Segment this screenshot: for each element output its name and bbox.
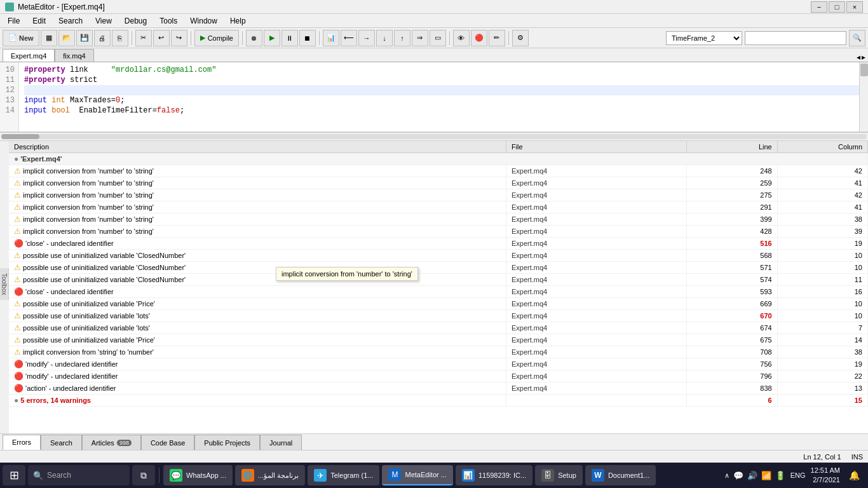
- taskbar-setup[interactable]: 🗄 Setup: [535, 465, 583, 485]
- tab-codebase[interactable]: Code Base: [141, 435, 194, 450]
- keyboard-lang[interactable]: ENG: [790, 471, 806, 479]
- cell-line: 593: [687, 286, 777, 298]
- table-row[interactable]: 🔴 'close' - undeclared identifier Expert…: [9, 286, 868, 298]
- tab-journal[interactable]: Journal: [260, 435, 302, 450]
- tab-fix-mq4[interactable]: fix.mq4: [55, 49, 93, 62]
- tab-expert-mq4[interactable]: Expert.mq4: [3, 49, 55, 62]
- table-row[interactable]: ⚠ implicit conversion from 'number' to '…: [9, 226, 868, 238]
- table-row[interactable]: ⚠ possible use of uninitialized variable…: [9, 298, 868, 310]
- tray-icon-3: 📶: [761, 471, 771, 480]
- pause-button[interactable]: ⏸: [281, 30, 298, 46]
- pencil-button[interactable]: ✏: [489, 30, 505, 46]
- table-row[interactable]: 🔴 'modify' - undeclared identifier Exper…: [9, 358, 868, 370]
- code-content[interactable]: #property link "mrdollar.cs@gmail.com" #…: [19, 62, 868, 132]
- compare-button[interactable]: ⎘: [112, 30, 128, 46]
- table-row[interactable]: ⚠ possible use of uninitialized variable…: [9, 250, 868, 262]
- table-row[interactable]: ⚠ possible use of uninitialized variable…: [9, 274, 868, 286]
- tab-scroll-right[interactable]: ▸: [862, 53, 865, 62]
- step-in-button[interactable]: ↓: [376, 30, 393, 46]
- cell-line: 399: [687, 214, 777, 226]
- menu-item-window[interactable]: Window: [185, 15, 222, 27]
- start-button[interactable]: ⏺: [246, 30, 262, 46]
- toolbox-side[interactable]: Toolbox: [0, 268, 9, 300]
- tab-public-projects[interactable]: Public Projects: [194, 435, 260, 450]
- vertical-scrollbar[interactable]: [859, 62, 868, 132]
- menu-item-search[interactable]: Search: [53, 15, 88, 27]
- chart-button[interactable]: 📊: [323, 30, 339, 46]
- col-header-line[interactable]: Line: [687, 141, 777, 153]
- taskbar-metaeditor[interactable]: M MetaEditor ...: [382, 465, 452, 485]
- taskbar-telegram[interactable]: ✈ Telegram (1...: [308, 465, 379, 485]
- col-header-column[interactable]: Column: [777, 141, 867, 153]
- menu-item-file[interactable]: File: [3, 15, 25, 27]
- menu-item-view[interactable]: View: [90, 15, 117, 27]
- tab-scroll-left[interactable]: ◂: [857, 53, 860, 62]
- show-hidden-icon[interactable]: ∧: [724, 471, 729, 480]
- tab-articles[interactable]: Articles 998: [82, 435, 141, 450]
- table-row[interactable]: ⚠ implicit conversion from 'number' to '…: [9, 201, 868, 214]
- timeframe-dropdown[interactable]: TimeFrame_2: [666, 31, 742, 45]
- col-header-file[interactable]: File: [506, 141, 687, 153]
- cell-line: 674: [687, 322, 777, 334]
- step-over-button[interactable]: →: [358, 30, 375, 46]
- table-row[interactable]: ● 'Expert.mq4': [9, 153, 868, 165]
- step-out-button[interactable]: ↑: [394, 30, 410, 46]
- play-button[interactable]: ▶: [264, 30, 280, 46]
- menu-item-edit[interactable]: Edit: [27, 15, 51, 27]
- horizontal-scrollbar[interactable]: [0, 132, 868, 141]
- table-row[interactable]: ⚠ implicit conversion from 'number' to '…: [9, 177, 868, 189]
- breakpoint-button[interactable]: 🔴: [471, 30, 487, 46]
- table-row[interactable]: ⚠ implicit conversion from 'number' to '…: [9, 214, 868, 226]
- table-row[interactable]: ⚠ implicit conversion from 'string' to '…: [9, 346, 868, 358]
- restore-button[interactable]: □: [829, 1, 845, 13]
- minimize-button[interactable]: −: [811, 1, 827, 13]
- window-title: MetaEditor - [Expert.mq4]: [18, 3, 105, 11]
- taskbar-mt5[interactable]: 📊 11598239: IC...: [456, 465, 532, 485]
- templates-button[interactable]: ▦: [41, 30, 57, 46]
- start-button[interactable]: ⊞: [3, 465, 25, 485]
- watch-button[interactable]: 👁: [453, 30, 470, 46]
- stop-button[interactable]: ⏹: [299, 30, 316, 46]
- step-out-icon: ↑: [400, 34, 404, 42]
- save-button[interactable]: 💾: [76, 30, 93, 46]
- print-button[interactable]: 🖨: [94, 30, 111, 46]
- new-button[interactable]: 📄 New: [3, 30, 39, 46]
- search-bar[interactable]: 🔍 Search: [28, 465, 130, 485]
- redo-button[interactable]: ↪: [171, 30, 187, 46]
- extra2-button[interactable]: ▭: [430, 30, 446, 46]
- table-row[interactable]: ⚠ possible use of uninitialized variable…: [9, 310, 868, 322]
- table-row[interactable]: ⚠ implicit conversion from 'number' to '…: [9, 189, 868, 201]
- table-row[interactable]: ⚠ possible use of uninitialized variable…: [9, 322, 868, 334]
- table-row[interactable]: ⚠ implicit conversion from 'number' to '…: [9, 165, 868, 177]
- cell-desc: ⚠ possible use of uninitialized variable…: [9, 310, 506, 322]
- menu-item-help[interactable]: Help: [225, 15, 251, 27]
- menu-item-tools[interactable]: Tools: [154, 15, 182, 27]
- toolbar-search-button[interactable]: 🔍: [849, 30, 865, 46]
- table-row[interactable]: 🔴 'close' - undeclared identifier Expert…: [9, 238, 868, 250]
- cell-desc: ⚠ implicit conversion from 'number' to '…: [9, 201, 506, 214]
- table-row[interactable]: ⚠ possible use of uninitialized variable…: [9, 262, 868, 274]
- toolbar-search-input[interactable]: [745, 31, 846, 45]
- taskbar-whatsapp[interactable]: 💬 WhatsApp ...: [163, 465, 233, 485]
- cut-button[interactable]: ✂: [135, 30, 152, 46]
- settings-icon: ⚙: [517, 34, 524, 42]
- undo-button[interactable]: ↩: [153, 30, 170, 46]
- table-row[interactable]: 🔴 'action' - undeclared identifier Exper…: [9, 383, 868, 395]
- compile-button[interactable]: ▶ Compile: [194, 30, 239, 46]
- settings-button[interactable]: ⚙: [512, 30, 529, 46]
- tab-journal-label: Journal: [269, 439, 292, 447]
- taskbar-firefox[interactable]: 🌐 برنامجة المؤ...: [235, 465, 305, 485]
- taskbar-word[interactable]: W Document1...: [585, 465, 656, 485]
- tab-errors[interactable]: Errors: [3, 435, 41, 450]
- menu-item-debug[interactable]: Debug: [119, 15, 152, 27]
- open-button[interactable]: 📂: [58, 30, 75, 46]
- col-header-description[interactable]: Description: [9, 141, 506, 153]
- extra1-button[interactable]: ⇒: [412, 30, 428, 46]
- task-view-button[interactable]: ⧉: [132, 465, 155, 485]
- tab-search[interactable]: Search: [41, 435, 82, 450]
- table-row[interactable]: 🔴 'modify' - undeclared identifier Exper…: [9, 370, 868, 383]
- close-button[interactable]: ×: [846, 1, 863, 13]
- back-button[interactable]: ⟵: [341, 30, 357, 46]
- table-row[interactable]: ⚠ possible use of uninitialized variable…: [9, 334, 868, 346]
- notification-button[interactable]: 🔔: [845, 465, 863, 485]
